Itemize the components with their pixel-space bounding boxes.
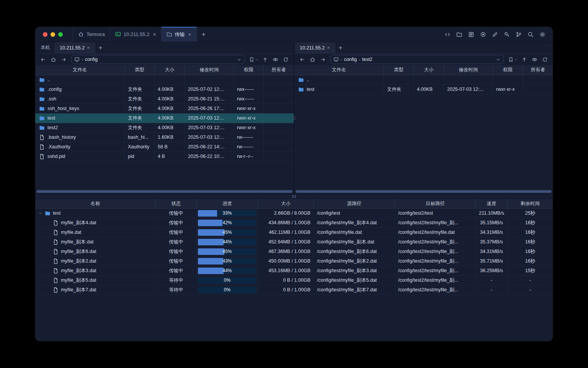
transfer-row[interactable]: myfile_副本7.dat 等待中 0% 0 B / 1.00GB /conf… [35,285,553,295]
horizontal-scrollbar[interactable] [36,190,292,193]
up-button[interactable] [519,55,529,64]
minimize-window-button[interactable] [51,32,55,37]
file-row[interactable]: .. [35,75,294,85]
new-panel-tab-button[interactable]: + [95,42,106,53]
window-tab[interactable]: Termora × [73,27,110,42]
column-header[interactable]: 所有者 [523,65,553,75]
close-tab-icon[interactable]: × [188,32,191,37]
file-row[interactable]: test 文件夹 4.00KB 2025-07-03 12:... rwxr-x… [35,113,294,123]
transfer-row[interactable]: myfile.dat 传输中 45% 462.11MB / 1.00GB /co… [35,228,553,237]
transfer-row[interactable]: test 传输中 33% 2.66GB / 8.00GB /config/tes… [35,209,553,218]
bookmark-button[interactable] [247,55,260,64]
search-icon[interactable] [525,29,536,39]
file-owner [264,113,294,123]
chevron-down-icon[interactable] [496,57,501,62]
show-hidden-button[interactable] [271,55,280,64]
new-panel-tab-button[interactable]: + [335,42,346,53]
column-header[interactable]: 名称 [35,199,156,208]
new-window-tab-button[interactable]: + [197,27,211,42]
column-header[interactable]: 速度 [476,199,508,208]
up-button[interactable] [260,55,270,64]
bookmark-button[interactable] [506,55,519,64]
back-button[interactable] [38,55,48,64]
transfer-row[interactable]: myfile_副本.dat 传输中 44% 452.94MB / 1.00GB … [35,237,553,247]
column-header[interactable]: 修改时间 [444,65,493,75]
transfer-speed: 35.71MB/s [476,256,508,266]
column-header[interactable]: 所有者 [264,65,294,75]
close-tab-icon[interactable]: × [153,32,156,37]
progress-label: 43% [222,258,232,264]
column-header[interactable]: 源路径 [314,199,395,208]
file-row[interactable]: ssh_host_keys 文件夹 4.00KB 2025-06-26 17:.… [35,104,294,113]
expander-chevron-icon[interactable] [38,211,42,215]
home-button[interactable] [49,55,58,64]
column-header[interactable]: 权限 [493,65,523,75]
file-row[interactable]: .config 文件夹 4.00KB 2025-07-02 12:... rwx… [35,85,294,94]
window-tab[interactable]: 传输 × [162,27,197,42]
transfer-row[interactable]: myfile_副本2.dat 传输中 43% 450.00MB / 1.00GB… [35,256,553,266]
forward-button[interactable] [59,55,69,64]
panel-tab[interactable]: 本机 × [36,42,55,53]
column-header[interactable]: 进度 [197,199,258,208]
close-window-button[interactable] [43,32,47,37]
event-log-icon[interactable] [466,29,476,39]
transfer-eta: 16秒 [508,247,553,256]
key-manager-icon[interactable] [501,29,512,39]
breadcrumb-item[interactable]: config [344,57,357,62]
horizontal-scrollbar[interactable] [296,190,552,193]
settings-icon[interactable] [537,29,547,39]
branch-icon[interactable] [513,29,524,39]
column-header[interactable]: 大小 [155,65,185,75]
transfer-row[interactable]: myfile_副本3.dat 传输中 44% 453.16MB / 1.00GB… [35,266,553,276]
file-row[interactable]: .Xauthority Xauthority 58 B 2025-06-22 1… [35,142,294,152]
titlebar-actions [442,27,553,42]
breadcrumb-item[interactable]: test2 [362,57,372,62]
close-tab-icon[interactable]: × [327,45,330,50]
back-button[interactable] [297,55,307,64]
edit-icon[interactable] [490,29,500,39]
column-header[interactable]: 目标路径 [395,199,476,208]
file-type: 文件夹 [125,85,155,94]
file-row[interactable]: .. [294,75,553,85]
file-row[interactable]: sshd.pid pid 4 B 2025-06-22 10:... rw-r-… [35,152,294,161]
panel-tab[interactable]: 10.211.55.2 × [55,42,95,53]
splitter-handle[interactable] [292,116,296,120]
forward-button[interactable] [318,55,328,64]
panel-tab[interactable]: 10.211.55.2 × [295,42,335,53]
file-row[interactable]: test 文件夹 4.00KB 2025-07-03 12:... rwxr-x… [294,85,553,94]
code-icon[interactable] [442,29,452,39]
breadcrumb-item[interactable]: config [85,57,98,62]
close-tab-icon[interactable]: × [87,45,90,50]
column-header[interactable]: 状态 [156,199,197,208]
transfer-row[interactable]: myfile_副本6.dat 传输中 45% 467.36MB / 1.00GB… [35,247,553,256]
refresh-button[interactable] [540,55,550,64]
path-bar[interactable]: ›config [71,55,245,64]
column-header[interactable]: 文件名 [35,65,125,75]
zoom-window-button[interactable] [58,32,63,37]
column-header[interactable]: 权限 [234,65,264,75]
show-hidden-button[interactable] [530,55,539,64]
transfer-row[interactable]: myfile_副本5.dat 等待中 0% 0 B / 1.00GB /conf… [35,276,553,285]
column-header[interactable]: 类型 [384,65,414,75]
home-button[interactable] [308,55,317,64]
file-row[interactable]: test2 文件夹 4.00KB 2025-07-03 12:... rwxr-… [35,123,294,133]
file-row[interactable]: .ssh 文件夹 4.00KB 2025-06-21 15:... rwx---… [35,94,294,104]
file-row[interactable]: .bash_history bash_hi... 1.60KB 2025-07-… [35,133,294,142]
column-header[interactable]: 剩余时间 [508,199,553,208]
transfer-size: 452.94MB / 1.00GB [258,237,314,246]
gear-icon [539,31,546,38]
window-tab[interactable]: 10.211.55.2 × [110,27,162,42]
folder-icon[interactable] [454,29,464,39]
path-bar[interactable]: ›config›test2 [330,55,504,64]
transfer-splitter[interactable] [35,194,553,199]
column-header[interactable]: 修改时间 [185,65,234,75]
macro-record-icon[interactable] [478,29,488,39]
transfer-row[interactable]: myfile_副本4.dat 传输中 42% 434.86MB / 1.00GB… [35,218,553,228]
chevron-down-icon[interactable] [237,57,242,62]
column-header[interactable]: 文件名 [294,65,384,75]
splitter-handle[interactable] [292,195,296,198]
column-header[interactable]: 大小 [258,199,314,208]
column-header[interactable]: 大小 [414,65,444,75]
refresh-button[interactable] [281,55,291,64]
column-header[interactable]: 类型 [125,65,155,75]
